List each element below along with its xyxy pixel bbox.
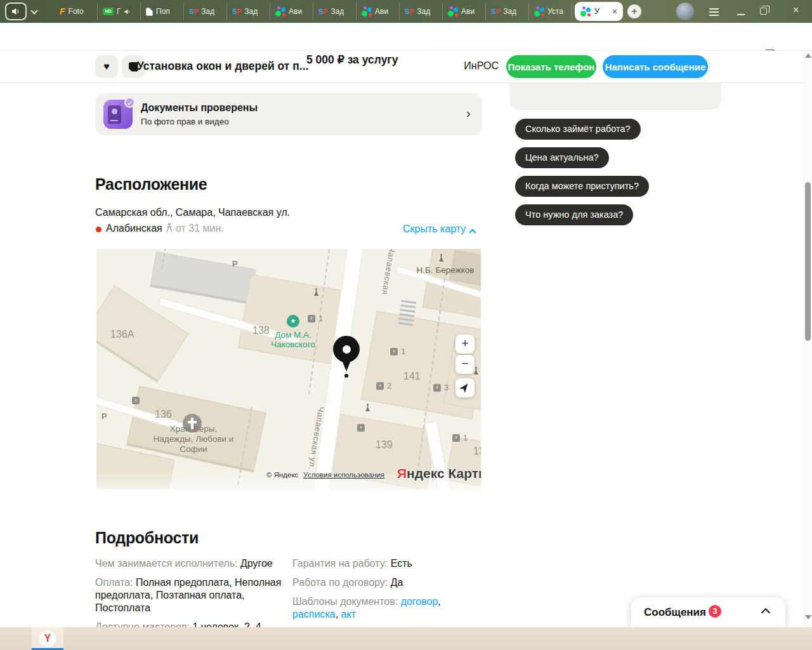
browser-tab-avito2[interactable]: Ави [357,3,400,20]
sp-favicon [189,8,198,15]
browser-tab-active[interactable]: У × [575,2,623,21]
geolocate-button[interactable] [455,378,475,397]
new-tab-button[interactable]: + [627,4,641,18]
metro-station: Алабинская [106,223,162,234]
banner-subtitle: По фото прав и видео [141,117,229,126]
close-window-icon[interactable]: × [793,4,799,16]
browser-tab-fotor[interactable]: Foto [55,3,98,20]
logo-rest: ндекс Карты [407,466,481,481]
map-poi-label: Храм Веры, Надежды, Любови и Софии [151,424,236,454]
scrollbar-down-arrow[interactable] [805,615,811,620]
documents-verified-banner[interactable]: Документы проверены По фото прав и видео [95,93,482,135]
detail-row-templates: Шаблоны документов: договор, расписка, а… [292,595,483,621]
map-entrance-icon [132,397,140,404]
map-poi-star-icon[interactable] [287,315,299,328]
tab-label: У [594,7,599,16]
browser-tab-avito4[interactable]: Уста [529,3,572,20]
template-link-act[interactable]: акт [341,609,356,620]
chevron-right-icon[interactable] [466,105,471,121]
map-building-label: 141 [403,371,421,382]
map-street-label: Чапаевская [380,249,397,296]
browser-tab-hd[interactable]: Г [98,3,141,20]
avito-favicon [275,6,285,17]
map-entrance-number: 3 [444,383,449,392]
browser-tab-sp4[interactable]: Зад [400,3,443,20]
minimize-icon[interactable] [737,14,745,15]
close-tab-icon[interactable]: × [612,6,617,17]
location-heading: Расположение [95,175,207,194]
browser-tab-sp3[interactable]: Зад [313,3,357,20]
logo-ya: Я [397,466,407,481]
map-entrance-number: 1 [318,314,323,323]
browser-menu-icon[interactable] [709,6,719,18]
detail-label: Шаблоны документов: [292,596,398,607]
favorite-button[interactable] [95,55,118,78]
heart-icon [103,61,110,72]
tab-label: Зад [503,7,516,16]
walking-person-icon [166,223,173,233]
sp-favicon [318,8,327,15]
browser-tab-avito3[interactable]: Ави [443,3,486,20]
messages-widget[interactable]: Сообщения 3 [631,597,785,627]
chevron-up-icon[interactable] [761,608,770,617]
detail-value: Другое [240,558,273,569]
tab-label: Г [117,7,121,16]
messages-unread-badge: 3 [709,605,721,618]
detail-label: Оплата: [95,577,133,588]
zoom-in-button[interactable]: + [455,335,475,354]
restore-window-icon[interactable] [760,8,767,15]
yandex-map[interactable]: 136А 138 Дом М.А. Чаковского Чапаевская … [96,249,481,489]
zoom-out-button[interactable]: − [455,355,475,374]
template-link-receipt[interactable]: расписка [292,609,336,620]
detail-row: Работа по договору: Да [292,576,483,589]
banner-title: Документы проверены [141,102,258,114]
sp-favicon [405,8,414,15]
document-favicon [146,8,153,16]
browser-tab-avito1[interactable]: Ави [270,3,313,20]
detail-row: Оплата: Полная предоплата, Неполная пред… [95,576,285,614]
sp-favicon [232,8,241,15]
map-building-label: 136А [110,329,134,340]
hd-favicon [103,8,114,15]
map-terms-link[interactable]: Условия использования [303,471,384,479]
detail-label: Работа по договору: [292,577,388,588]
map-monument-icon [365,404,370,411]
qa-button-order[interactable]: Что нужно для заказа? [515,204,633,225]
tab-audio-icon [124,9,131,15]
browser-tab-sp1[interactable]: Зад [184,3,227,20]
template-link-contract[interactable]: договор [401,596,438,607]
chevron-down-icon[interactable] [30,7,37,14]
map-entrance-icon [390,348,398,355]
qa-button-price[interactable]: Цена актуальна? [515,147,609,168]
map-poi-label[interactable]: Дом М.А. Чаковского [258,330,328,349]
seller-name[interactable]: ИнРОС [448,60,499,72]
map-parking-icon: P [232,259,238,269]
browser-tab-sp5[interactable]: Зад [486,3,529,20]
map-entrance-icon [376,382,384,390]
navigation-arrow-icon [459,381,471,393]
location-address: Самарская обл., Самара, Чапаевская ул. [95,207,290,218]
qa-button-start[interactable]: Когда можете приступить? [515,176,649,197]
detail-value: Да [391,577,403,588]
browser-tab-sp2[interactable]: Зад [227,3,270,20]
hide-map-link[interactable]: Скрыть карту [403,223,475,235]
listing-price: 5 000 ₽ за услугу [306,53,398,67]
tab-label: Зад [417,7,430,16]
windows-taskbar: РУС 17:17 20.02.2026 1 [0,627,812,650]
profile-avatar[interactable] [676,3,694,20]
browser-tab-doc[interactable]: Поп [141,3,184,20]
scrollbar-thumb[interactable] [805,182,811,341]
qa-button-duration[interactable]: Сколько займёт работа? [515,119,641,140]
yandex-maps-logo[interactable]: Яндекс Карты [397,466,481,481]
taskbar-yandex-browser-button[interactable] [32,627,63,650]
write-message-button[interactable]: Написать сообщение [603,55,708,78]
map-building-label: 136 [155,409,172,420]
scrollbar-up-arrow[interactable] [805,53,811,58]
map-entrance-number: 1 [401,347,405,356]
separator: , [438,596,440,607]
map-building-label: 139 [376,439,393,451]
tab-audio-mute-button[interactable] [5,3,27,20]
yandex-browser-icon [39,630,56,647]
details-right-column: Гарантия на работу: Есть Работа по догов… [292,557,483,627]
show-phone-button[interactable]: Показать телефон [506,55,596,78]
